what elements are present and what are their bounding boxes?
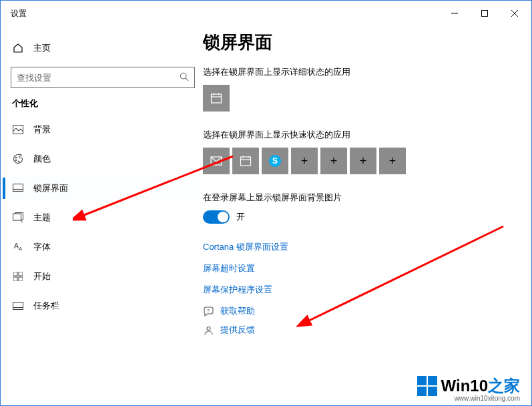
- watermark-text2: 之家: [488, 377, 520, 395]
- toggle-state-label: 开: [236, 211, 245, 223]
- main-content: 锁屏界面 选择在锁屏界面上显示详细状态的应用 选择在锁屏界面上显示快速状态的应用: [203, 24, 529, 403]
- watermark: Win10之家: [417, 375, 520, 397]
- show-bg-label: 在登录屏幕上显示锁屏界面背景图片: [203, 192, 529, 204]
- feedback-icon: [203, 325, 214, 335]
- svg-rect-15: [13, 277, 17, 281]
- sidebar-item-label: 开始: [33, 270, 51, 282]
- link-screen-timeout[interactable]: 屏幕超时设置: [203, 262, 529, 274]
- watermark-text1: Win10: [441, 377, 488, 395]
- plus-icon: +: [389, 154, 396, 168]
- sidebar-item-lockscreen[interactable]: 锁屏界面: [3, 174, 203, 203]
- quick-app-tile-mail[interactable]: [203, 148, 230, 174]
- palette-icon: [12, 154, 24, 164]
- svg-line-5: [186, 78, 188, 81]
- home-label: 主页: [33, 42, 51, 54]
- svg-text:?: ?: [207, 308, 210, 313]
- show-bg-toggle[interactable]: [203, 210, 230, 224]
- page-title: 锁屏界面: [203, 31, 529, 66]
- detail-status-label: 选择在锁屏界面上显示详细状态的应用: [203, 66, 529, 78]
- help-label: 获取帮助: [220, 305, 255, 317]
- windows-logo-icon: [417, 376, 437, 396]
- svg-rect-12: [13, 214, 21, 220]
- svg-rect-19: [212, 94, 222, 103]
- link-screensaver-settings[interactable]: 屏幕保护程序设置: [203, 284, 529, 296]
- start-icon: [12, 272, 24, 281]
- lockscreen-icon: [12, 184, 24, 193]
- quick-app-tile-skype[interactable]: S: [262, 148, 288, 174]
- search-box[interactable]: [11, 67, 195, 88]
- link-give-feedback[interactable]: 提供反馈: [203, 324, 529, 336]
- calendar-icon: [240, 155, 252, 167]
- svg-point-4: [180, 73, 186, 79]
- calendar-icon: [210, 92, 222, 104]
- picture-icon: [12, 125, 24, 134]
- svg-rect-14: [19, 272, 23, 276]
- svg-point-9: [18, 161, 19, 162]
- search-input[interactable]: [17, 73, 180, 83]
- home-icon: [12, 43, 24, 53]
- svg-rect-13: [13, 272, 17, 276]
- taskbar-icon: [12, 302, 24, 310]
- mail-icon: [210, 156, 222, 166]
- sidebar-item-colors[interactable]: 颜色: [3, 144, 203, 174]
- themes-icon: [12, 212, 24, 223]
- svg-rect-24: [241, 157, 251, 166]
- skype-icon: S: [269, 155, 281, 167]
- window-title: 设置: [11, 8, 27, 19]
- close-icon: [511, 10, 518, 17]
- detail-app-tile-calendar[interactable]: [203, 85, 230, 112]
- link-get-help[interactable]: ? 获取帮助: [203, 305, 529, 317]
- minimize-button[interactable]: [439, 3, 469, 24]
- svg-point-29: [207, 327, 210, 330]
- sidebar-item-background[interactable]: 背景: [3, 115, 203, 144]
- sidebar-item-label: 背景: [33, 124, 51, 136]
- help-icon: ?: [203, 307, 214, 317]
- quick-status-label: 选择在锁屏界面上显示快速状态的应用: [203, 129, 529, 141]
- fonts-icon: AA: [12, 242, 24, 252]
- sidebar: 主页 个性化 背景: [3, 24, 203, 403]
- feedback-label: 提供反馈: [220, 324, 255, 336]
- home-nav[interactable]: 主页: [3, 36, 203, 60]
- section-header: 个性化: [3, 97, 203, 115]
- svg-rect-16: [19, 277, 23, 281]
- plus-icon: +: [330, 154, 338, 168]
- link-cortana-settings[interactable]: Cortana 锁屏界面设置: [203, 241, 529, 253]
- watermark-url: www.win10xitong.com: [455, 395, 520, 402]
- plus-icon: +: [301, 154, 308, 168]
- svg-rect-10: [13, 184, 23, 192]
- close-button[interactable]: [499, 3, 529, 24]
- quick-app-add-3[interactable]: +: [350, 148, 376, 174]
- sidebar-item-start[interactable]: 开始: [3, 262, 203, 291]
- quick-app-add-1[interactable]: +: [291, 148, 318, 174]
- quick-app-add-4[interactable]: +: [379, 148, 406, 174]
- svg-point-8: [15, 160, 17, 161]
- maximize-button[interactable]: [469, 3, 499, 24]
- sidebar-item-themes[interactable]: 主题: [3, 203, 203, 232]
- svg-rect-17: [13, 302, 23, 310]
- sidebar-item-label: 任务栏: [33, 300, 59, 312]
- svg-point-7: [15, 157, 17, 158]
- sidebar-item-taskbar[interactable]: 任务栏: [3, 291, 203, 321]
- sidebar-item-label: 锁屏界面: [33, 182, 68, 194]
- maximize-icon: [481, 10, 488, 17]
- sidebar-item-fonts[interactable]: AA 字体: [3, 232, 203, 262]
- sidebar-item-label: 字体: [33, 241, 51, 253]
- quick-app-add-2[interactable]: +: [320, 148, 347, 174]
- sidebar-item-label: 颜色: [33, 153, 51, 165]
- sidebar-item-label: 主题: [33, 212, 51, 224]
- quick-app-tile-calendar[interactable]: [232, 148, 259, 174]
- svg-rect-1: [481, 11, 487, 17]
- minimize-icon: [451, 10, 458, 17]
- plus-icon: +: [360, 154, 367, 168]
- search-icon: [180, 72, 189, 83]
